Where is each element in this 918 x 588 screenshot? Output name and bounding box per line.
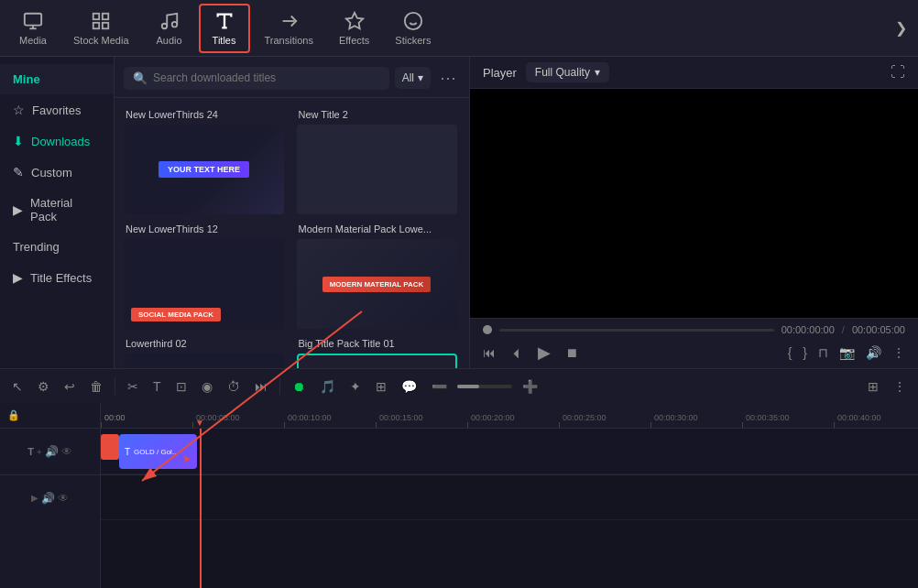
title-card-lower12[interactable]: New LowerThirds 12 SOCIAL MEDIA PACK (124, 223, 288, 329)
play-button[interactable]: ▶ (538, 343, 551, 363)
thumb-modern: MODERN MATERIAL PACK (297, 239, 457, 329)
toolbar-stock-media[interactable]: Stock Media (62, 5, 140, 51)
tl-subtitles-tool[interactable]: 💬 (397, 376, 421, 397)
svg-rect-0 (25, 13, 41, 25)
tl-forward-button[interactable]: ⏭ (250, 376, 272, 397)
extract-button[interactable]: ⊓ (818, 345, 828, 360)
sidebar-item-downloads[interactable]: ⬇ Downloads (0, 125, 114, 157)
tl-plus-button[interactable]: ➕ (518, 376, 542, 397)
timeline-tracks: T GOLD / Gol... ➤ (101, 429, 918, 588)
tick-2 (284, 422, 285, 428)
red-clip[interactable] (101, 434, 119, 460)
player-quality-dropdown[interactable]: Full Quality ▾ (526, 62, 609, 82)
toolbar-transitions[interactable]: Transitions (254, 5, 324, 51)
tl-speed-tool[interactable]: ⏱ (223, 376, 245, 397)
toolbar-stickers[interactable]: Stickers (384, 5, 442, 51)
title-card-new-title-2[interactable]: New Title 2 (297, 109, 461, 214)
track-eye-icon[interactable]: 👁 (61, 445, 72, 458)
tl-grid-button[interactable]: ⊞ (863, 376, 883, 397)
toolbar-effects[interactable]: Effects (328, 5, 380, 51)
tl-cursor-tool[interactable]: ↖ (7, 376, 27, 397)
tl-crop-tool[interactable]: ⊡ (171, 376, 191, 397)
tl-cut-button[interactable]: ✂ (123, 376, 143, 397)
clip-T-icon: T (125, 447, 130, 457)
svg-point-7 (161, 23, 167, 28)
search-bar: 🔍 All ▾ ⋯ (115, 57, 469, 98)
tick-7 (742, 422, 743, 428)
thumb-lower24: YOUR TEXT HERE (124, 125, 284, 214)
svg-rect-4 (103, 13, 108, 18)
svg-rect-6 (103, 22, 108, 27)
title-card-lower24[interactable]: New LowerThirds 24 YOUR TEXT HERE (124, 109, 288, 214)
toolbar-media[interactable]: Media (7, 5, 59, 51)
sidebar-item-favorites[interactable]: ☆ Favorites (0, 94, 114, 125)
tl-minus-button[interactable]: ➖ (427, 376, 452, 397)
tick-1 (192, 422, 193, 428)
frame-back-button[interactable]: ⏴ (510, 345, 523, 360)
tl-effects-tool[interactable]: ✦ (345, 376, 366, 397)
tl-composite-tool[interactable]: ◉ (197, 376, 217, 397)
tl-undo-button[interactable]: ↩ (60, 376, 80, 397)
zoom-fill (457, 385, 479, 388)
mark-out-button[interactable]: } (803, 345, 807, 360)
timeline-area: 🔒 T + 🔊 👁 ▶ 🔊 👁 00:00 (0, 403, 918, 588)
tl-sep-1 (115, 378, 115, 395)
timeline-toolbar: ↖ ⚙ ↩ 🗑 ✂ T ⊡ ◉ ⏱ ⏭ ⏺ 🎵 ✦ ⊞ 💬 ➖ ➕ ⊞ ⋮ (0, 368, 918, 403)
svg-point-8 (171, 21, 177, 26)
svg-rect-3 (93, 13, 99, 18)
search-filter-dropdown[interactable]: All ▾ (395, 67, 431, 89)
main-toolbar: Media Stock Media Audio Titles Transitio… (0, 0, 918, 57)
zoom-slider[interactable] (457, 385, 512, 388)
tl-audio-tool[interactable]: 🎵 (315, 376, 340, 397)
sidebar: Mine ☆ Favorites ⬇ Downloads ✎ Custom ▶ … (0, 57, 115, 368)
toolbar-expand[interactable]: ❯ (891, 16, 911, 40)
title-clip[interactable]: T GOLD / Gol... ➤ (119, 434, 197, 469)
tick-4 (467, 422, 468, 428)
more-options-button[interactable]: ⋮ (892, 345, 905, 360)
snapshot-button[interactable]: 📷 (839, 345, 855, 360)
thumb-lower12: SOCIAL MEDIA PACK (124, 239, 284, 329)
tick-8 (834, 422, 835, 428)
sidebar-item-mine[interactable]: Mine (0, 64, 114, 94)
search-more-button[interactable]: ⋯ (436, 66, 460, 90)
track-label-2: ▶ 🔊 👁 (0, 474, 100, 520)
progress-indicator[interactable] (483, 325, 492, 334)
volume-button[interactable]: 🔊 (866, 345, 881, 360)
chevron-down-icon-player: ▾ (595, 66, 600, 79)
sidebar-item-custom[interactable]: ✎ Custom (0, 157, 114, 188)
toolbar-audio[interactable]: Audio (144, 5, 195, 51)
tl-magnet-tool[interactable]: ⚙ (33, 376, 54, 397)
search-input-wrap[interactable]: 🔍 (124, 67, 389, 90)
tl-text-tool[interactable]: T (148, 376, 166, 397)
ruler-mark-2: 00:00:10:00 (284, 413, 376, 428)
track-volume-icon: 🔊 (45, 445, 59, 458)
tl-collapse-button[interactable]: ⋮ (889, 376, 911, 397)
tl-record-button[interactable]: ⏺ (288, 376, 310, 397)
sidebar-item-trending[interactable]: Trending (0, 232, 114, 262)
track-eye2-icon[interactable]: 👁 (58, 492, 69, 505)
title-card-big-title[interactable]: Big Title Pack Title 01 TITLE LOWER TITL… (297, 338, 461, 368)
stop-button[interactable]: ⏹ (565, 345, 578, 360)
chevron-down-icon: ▾ (418, 71, 423, 84)
download-icon: ⬇ (13, 134, 24, 148)
fullscreen-button[interactable]: ⛶ (891, 64, 905, 81)
ruler-mark-8: 00:00:40:00 (834, 413, 918, 428)
search-input[interactable] (153, 71, 380, 84)
svg-point-12 (405, 12, 421, 28)
titles-grid: New LowerThirds 24 YOUR TEXT HERE New Ti… (115, 98, 469, 368)
mark-in-button[interactable]: { (788, 345, 792, 360)
sidebar-item-material-pack[interactable]: ▶ Material Pack (0, 188, 114, 232)
ruler-mark-7: 00:00:35:00 (742, 413, 834, 428)
skip-back-button[interactable]: ⏮ (483, 345, 496, 360)
tl-sep-2 (279, 378, 280, 395)
tl-delete-button[interactable]: 🗑 (85, 376, 107, 397)
player-screen (470, 89, 918, 318)
main-area: Mine ☆ Favorites ⬇ Downloads ✎ Custom ▶ … (0, 57, 918, 368)
toolbar-titles[interactable]: Titles (199, 4, 250, 53)
title-card-lowerthird02[interactable]: Lowerthird 02 SOCIAL MEDIA PACK (124, 338, 288, 368)
tl-multicam-tool[interactable]: ⊞ (371, 376, 391, 397)
title-card-modern-material[interactable]: Modern Material Pack Lowe... MODERN MATE… (297, 223, 461, 329)
progress-bar[interactable] (499, 329, 774, 332)
playhead[interactable] (200, 429, 202, 588)
sidebar-item-title-effects[interactable]: ▶ Title Effects (0, 262, 114, 293)
